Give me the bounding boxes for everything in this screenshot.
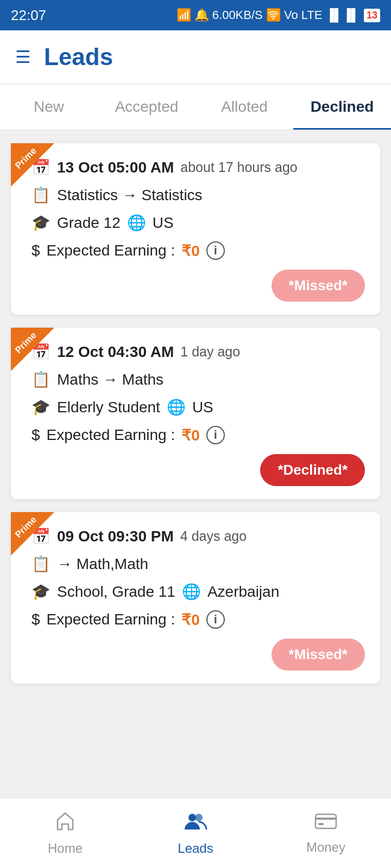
tab-new[interactable]: New xyxy=(0,84,98,130)
card-grade-row: 🎓 Elderly Student 🌐 US xyxy=(31,398,365,416)
grade-icon: 🎓 xyxy=(31,583,51,601)
grade-icon: 🎓 xyxy=(31,214,51,232)
card-earning-row: $ Expected Earning : ₹0 i xyxy=(31,241,365,260)
card-grade-row: 🎓 Grade 12 🌐 US xyxy=(31,214,365,232)
country-icon: 🌐 xyxy=(167,398,186,416)
card-grade-row: 🎓 School, Grade 11 🌐 Azerbaijan xyxy=(31,583,365,601)
card-datetime-row: 📅 09 Oct 09:30 PM 4 days ago xyxy=(31,527,365,545)
dollar-icon: $ xyxy=(31,611,40,628)
svg-point-1 xyxy=(195,814,203,821)
card-footer: *Missed* xyxy=(26,639,365,671)
lead-card-3: Prime 📅 09 Oct 09:30 PM 4 days ago 📋 → M… xyxy=(11,512,380,684)
header: ☰ Leads xyxy=(0,30,391,84)
svg-rect-3 xyxy=(316,818,336,820)
lead-card-1: Prime 📅 13 Oct 05:00 AM about 17 hours a… xyxy=(11,143,380,315)
card-datetime-row: 📅 12 Oct 04:30 AM 1 day ago xyxy=(31,343,365,361)
card-earning-row: $ Expected Earning : ₹0 i xyxy=(31,610,365,629)
info-icon[interactable]: i xyxy=(206,610,225,629)
svg-rect-4 xyxy=(318,823,324,825)
status-bar: 22:07 📶 🔔 6.00KB/S 🛜 Vo LTE ▐▌▐▌ 13 xyxy=(0,0,391,30)
dollar-icon: $ xyxy=(31,426,40,444)
card-datetime-row: 📅 13 Oct 05:00 AM about 17 hours ago xyxy=(31,158,365,176)
card-earning-row: $ Expected Earning : ₹0 i xyxy=(31,426,365,444)
battery-indicator: 13 xyxy=(364,9,380,22)
tab-accepted[interactable]: Accepted xyxy=(98,84,195,130)
declined-button[interactable]: *Declined* xyxy=(260,454,365,486)
nav-money[interactable]: Money xyxy=(261,798,391,868)
prime-badge: Prime xyxy=(11,143,54,187)
subject-icon: 📋 xyxy=(31,371,51,388)
subject-icon: 📋 xyxy=(31,186,51,204)
info-icon[interactable]: i xyxy=(206,241,225,260)
status-icons: 📶 🔔 6.00KB/S 🛜 Vo LTE ▐▌▐▌ 13 xyxy=(176,8,380,22)
card-footer: *Missed* xyxy=(26,270,365,302)
info-icon[interactable]: i xyxy=(206,426,225,444)
svg-rect-2 xyxy=(316,814,336,828)
leads-icon xyxy=(184,810,207,837)
prime-badge: Prime xyxy=(11,512,54,556)
country-icon: 🌐 xyxy=(182,583,201,601)
leads-list: Prime 📅 13 Oct 05:00 AM about 17 hours a… xyxy=(0,130,391,797)
card-footer: *Declined* xyxy=(26,454,365,486)
dollar-icon: $ xyxy=(31,242,40,259)
signal-icons: 📶 🔔 6.00KB/S 🛜 Vo LTE ▐▌▐▌ xyxy=(176,8,360,22)
tab-alloted[interactable]: Alloted xyxy=(195,84,293,130)
tabs-container: New Accepted Alloted Declined xyxy=(0,84,391,130)
prime-badge: Prime xyxy=(11,328,54,371)
bottom-nav: Home Leads Money xyxy=(0,797,391,868)
svg-point-0 xyxy=(188,814,196,821)
card-subject-row: 📋 → Math,Math xyxy=(31,555,365,573)
subject-icon: 📋 xyxy=(31,555,51,573)
menu-icon[interactable]: ☰ xyxy=(15,47,31,67)
grade-icon: 🎓 xyxy=(31,398,51,416)
missed-button[interactable]: *Missed* xyxy=(272,639,365,671)
country-icon: 🌐 xyxy=(127,214,146,232)
lead-card-2: Prime 📅 12 Oct 04:30 AM 1 day ago 📋 Math… xyxy=(11,328,380,499)
missed-button[interactable]: *Missed* xyxy=(272,270,365,302)
nav-home[interactable]: Home xyxy=(0,798,130,868)
card-subject-row: 📋 Maths → Maths xyxy=(31,371,365,388)
money-icon xyxy=(314,811,338,835)
tab-declined[interactable]: Declined xyxy=(293,84,391,130)
home-icon xyxy=(54,810,76,837)
nav-leads[interactable]: Leads xyxy=(130,798,261,868)
page-title: Leads xyxy=(44,43,113,71)
card-subject-row: 📋 Statistics → Statistics xyxy=(31,186,365,204)
status-time: 22:07 xyxy=(11,7,46,24)
